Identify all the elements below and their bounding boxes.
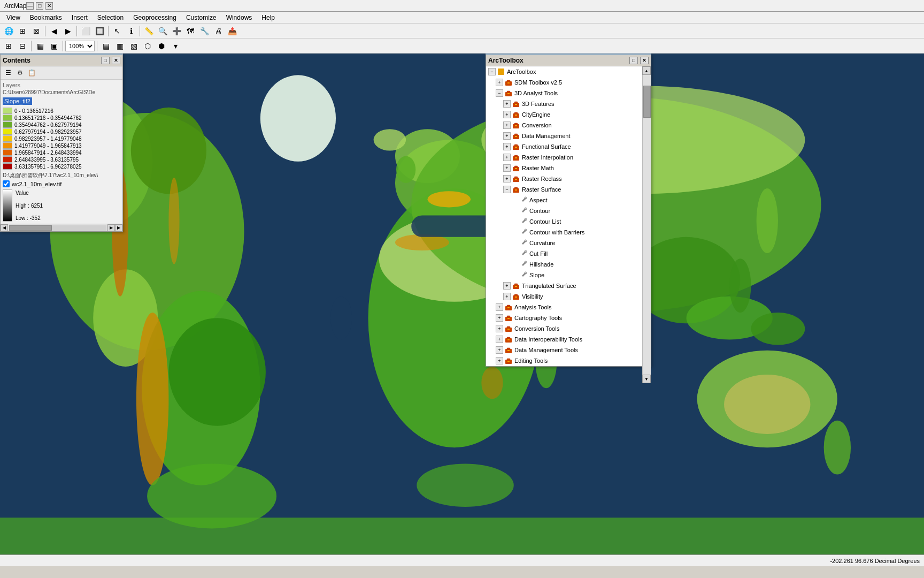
tree-item-visibility[interactable]: +Visibility <box>486 291 642 302</box>
vscroll-thumb[interactable] <box>643 86 651 118</box>
tree-item-contour-barriers[interactable]: Contour with Barriers <box>486 227 642 238</box>
scroll-thumb[interactable] <box>9 225 52 231</box>
zoom-in-button[interactable]: ⬜ <box>79 25 92 37</box>
tree-expand-editing-tools[interactable]: + <box>496 357 503 364</box>
full-extent-button[interactable]: ⊞ <box>16 25 29 37</box>
tree-item-cartography-tools[interactable]: +Cartography Tools <box>486 313 642 323</box>
arctoolbox-close-button[interactable]: ✕ <box>640 57 649 64</box>
zoom-out-button[interactable]: 🔲 <box>93 25 106 37</box>
menu-geoprocessing[interactable]: Geoprocessing <box>129 13 181 22</box>
tb2-layout1[interactable]: ▤ <box>99 40 112 52</box>
tree-expand-visibility[interactable]: + <box>503 293 511 300</box>
arctoolbox-maximize-button[interactable]: □ <box>629 57 638 64</box>
tree-item-triangulated-surface[interactable]: +Triangulated Surface <box>486 280 642 291</box>
arctoolbox-vscrollbar[interactable]: ▲ ▼ <box>642 66 651 366</box>
tb2-btn2[interactable]: ⊟ <box>16 40 29 52</box>
tree-item-contour-list[interactable]: Contour List <box>486 216 642 227</box>
tree-expand-arctoolbox-root[interactable]: − <box>488 68 496 75</box>
contents-close-button[interactable]: ✕ <box>112 57 120 64</box>
tb2-btn3[interactable]: ▦ <box>34 40 47 52</box>
tree-item-contour[interactable]: Contour <box>486 206 642 216</box>
tree-expand-sdm-toolbox[interactable]: + <box>496 79 503 86</box>
tree-expand-cityengine[interactable]: + <box>503 111 511 118</box>
expand-arrow[interactable]: ▶ <box>115 224 122 232</box>
tree-item-hillshade[interactable]: Hillshade <box>486 259 642 270</box>
tb2-btn4[interactable]: ▣ <box>48 40 60 52</box>
maximize-button[interactable]: □ <box>36 2 43 10</box>
tree-expand-conversion[interactable]: + <box>503 121 511 129</box>
vscroll-up-arrow[interactable]: ▲ <box>642 66 651 75</box>
scroll-right-arrow[interactable]: ▶ <box>107 224 115 232</box>
tree-item-conversion[interactable]: +Conversion <box>486 120 642 131</box>
tree-expand-conversion-tools[interactable]: + <box>496 325 503 332</box>
tb2-btn7[interactable]: ▾ <box>169 40 182 52</box>
tree-expand-raster-surface[interactable]: − <box>503 186 511 193</box>
contents-list-btn[interactable]: ☰ <box>3 67 13 78</box>
tree-item-3d-features[interactable]: +3D Features <box>486 98 642 109</box>
tree-item-cityengine[interactable]: +CityEngine <box>486 109 642 120</box>
tree-item-data-management-tools[interactable]: +Data Management Tools <box>486 345 642 355</box>
tree-item-raster-interpolation[interactable]: +Raster Interpolation <box>486 152 642 163</box>
add-data-button[interactable]: ➕ <box>170 25 183 37</box>
measure-tool-button[interactable]: 📏 <box>142 25 155 37</box>
close-button[interactable]: ✕ <box>45 2 53 10</box>
zoom-extent-button[interactable]: ⊠ <box>30 25 43 37</box>
tree-expand-data-management-tools[interactable]: + <box>496 346 503 354</box>
tree-item-3d-analyst[interactable]: −3D Analyst Tools <box>486 88 642 98</box>
export-button[interactable]: 📤 <box>226 25 238 37</box>
menu-help[interactable]: Help <box>257 13 279 22</box>
scroll-track[interactable] <box>9 225 106 231</box>
tree-expand-functional-surface[interactable]: + <box>503 143 511 150</box>
globe-tool-button[interactable]: 🌐 <box>2 25 15 37</box>
tree-expand-raster-reclass[interactable]: + <box>503 175 511 182</box>
contents-add-btn[interactable]: 📋 <box>26 67 37 78</box>
tree-expand-analysis-tools[interactable]: + <box>496 303 503 311</box>
print-button[interactable]: 🖨 <box>212 25 225 37</box>
arcmap-button[interactable]: 🗺 <box>184 25 197 37</box>
arc-tool-button[interactable]: 🔧 <box>198 25 211 37</box>
tree-item-conversion-tools[interactable]: +Conversion Tools <box>486 323 642 334</box>
menu-bookmarks[interactable]: Bookmarks <box>26 13 66 22</box>
tree-item-aspect[interactable]: Aspect <box>486 195 642 206</box>
tb2-btn1[interactable]: ⊞ <box>2 40 15 52</box>
tree-item-arctoolbox-root[interactable]: −ArcToolbox <box>486 66 642 77</box>
select-tool-button[interactable]: ↖ <box>111 25 124 37</box>
tree-item-editing-tools[interactable]: +Editing Tools <box>486 355 642 366</box>
contents-horizontal-scrollbar[interactable]: ◀ ▶ ▶ <box>1 224 122 231</box>
tree-expand-cartography-tools[interactable]: + <box>496 314 503 322</box>
back-button[interactable]: ◀ <box>48 25 60 37</box>
layer2-checkbox[interactable] <box>3 180 10 187</box>
minimize-button[interactable]: — <box>26 2 34 10</box>
map-area[interactable] <box>0 54 924 566</box>
menu-insert[interactable]: Insert <box>67 13 92 22</box>
tree-item-raster-reclass[interactable]: +Raster Reclass <box>486 173 642 184</box>
search-button[interactable]: 🔍 <box>156 25 169 37</box>
contents-maximize-button[interactable]: □ <box>101 57 110 64</box>
tree-item-data-interop-tools[interactable]: +Data Interoperability Tools <box>486 334 642 345</box>
tree-expand-triangulated-surface[interactable]: + <box>503 282 511 290</box>
tree-item-slope[interactable]: Slope <box>486 270 642 280</box>
info-button[interactable]: ℹ <box>125 25 137 37</box>
tree-item-raster-math[interactable]: +Raster Math <box>486 163 642 173</box>
vscroll-down-arrow[interactable]: ▼ <box>642 375 651 383</box>
menu-windows[interactable]: Windows <box>222 13 257 22</box>
tree-expand-data-management[interactable]: + <box>503 132 511 140</box>
tb2-layout3[interactable]: ▧ <box>127 40 140 52</box>
forward-button[interactable]: ▶ <box>61 25 74 37</box>
tree-item-cut-fill[interactable]: Cut Fill <box>486 248 642 259</box>
tree-item-functional-surface[interactable]: +Functional Surface <box>486 141 642 152</box>
tree-expand-raster-math[interactable]: + <box>503 164 511 172</box>
tree-item-data-management[interactable]: +Data Management <box>486 131 642 141</box>
tree-item-sdm-toolbox[interactable]: +SDM Toolbox v2.5 <box>486 77 642 88</box>
zoom-level-select[interactable]: 100% 50% 200% <box>65 41 95 51</box>
tree-expand-data-interop-tools[interactable]: + <box>496 336 503 343</box>
tb2-btn6[interactable]: ⬢ <box>155 40 168 52</box>
contents-props-btn[interactable]: ⚙ <box>14 67 25 78</box>
tree-expand-raster-interpolation[interactable]: + <box>503 154 511 161</box>
tree-item-curvature[interactable]: Curvature <box>486 238 642 248</box>
tb2-layout2[interactable]: ▥ <box>113 40 126 52</box>
menu-view[interactable]: View <box>2 13 25 22</box>
tb2-btn5[interactable]: ⬡ <box>141 40 154 52</box>
menu-customize[interactable]: Customize <box>182 13 221 22</box>
vscroll-track[interactable] <box>642 75 651 375</box>
